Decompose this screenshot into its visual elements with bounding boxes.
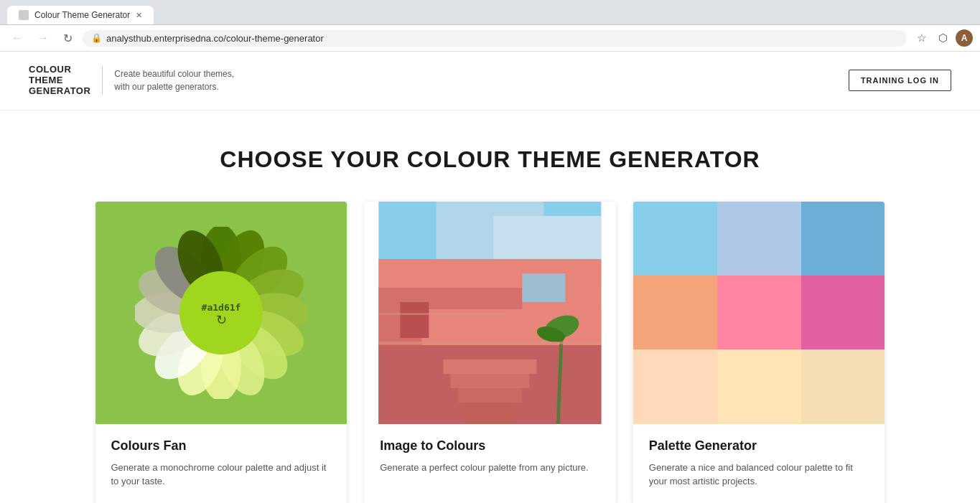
flower-svg: #a1d61f ↻: [135, 227, 307, 399]
svg-rect-26: [443, 359, 536, 374]
colours-fan-bg: #a1d61f ↻: [95, 202, 347, 424]
svg-text:↻: ↻: [215, 313, 226, 327]
palette-generator-card[interactable]: Palette Generator Generate a nice and ba…: [633, 202, 885, 503]
bookmark-icon[interactable]: ☆: [913, 29, 930, 47]
svg-rect-27: [450, 374, 529, 388]
forward-button[interactable]: →: [33, 30, 53, 46]
palette-cell-5: [717, 276, 801, 349]
site-header: COLOUR THEME GENERATOR Create beautiful …: [0, 52, 980, 111]
colours-fan-body: Colours Fan Generate a monochrome colour…: [95, 424, 347, 503]
colours-fan-title: Colours Fan: [111, 438, 332, 453]
palette-generator-title: Palette Generator: [649, 438, 869, 453]
palette-generator-body: Palette Generator Generate a nice and ba…: [633, 424, 885, 503]
palette-generator-desc: Generate a nice and balanced colour pale…: [649, 461, 869, 489]
tab-favicon: [19, 10, 29, 20]
palette-cell-2: [717, 202, 801, 276]
svg-rect-36: [378, 313, 508, 315]
palette-cell-6: [801, 276, 885, 349]
palette-cell-4: [633, 276, 717, 349]
user-avatar[interactable]: A: [956, 29, 973, 47]
image-to-colours-title: Image to Colours: [380, 438, 600, 453]
back-button[interactable]: ←: [7, 30, 27, 46]
palette-cell-3: [801, 202, 885, 276]
address-bar[interactable]: 🔒 analysthub.enterprisedna.co/colour-the…: [83, 30, 907, 47]
image-to-colours-card[interactable]: Image to Colours Generate a perfect colo…: [364, 202, 616, 503]
browser-toolbar: ← → ↻ 🔒 analysthub.enterprisedna.co/colo…: [0, 25, 980, 52]
building-scene-svg: [364, 202, 616, 424]
image-to-colours-image: [364, 202, 616, 424]
browser-chrome: Colour Theme Generator ✕: [0, 0, 980, 25]
colours-fan-card[interactable]: #a1d61f ↻ Colours Fan Generate a monochr…: [95, 202, 347, 503]
cards-grid: #a1d61f ↻ Colours Fan Generate a monochr…: [95, 202, 885, 503]
active-tab[interactable]: Colour Theme Generator ✕: [7, 6, 154, 24]
page-content: COLOUR THEME GENERATOR Create beautiful …: [0, 52, 980, 503]
image-to-colours-desc: Generate a perfect colour palette from a…: [380, 461, 600, 475]
extensions-icon[interactable]: ⬡: [934, 29, 951, 47]
tab-label: Colour Theme Generator: [34, 10, 130, 20]
palette-cell-7: [633, 349, 717, 423]
main-section: CHOOSE YOUR COLOUR THEME GENERATOR: [0, 111, 980, 503]
palette-generator-image: [633, 202, 885, 424]
image-to-colours-body: Image to Colours Generate a perfect colo…: [364, 424, 616, 492]
logo-tagline: Create beautiful colour themes, with our…: [114, 67, 234, 93]
flower-container: #a1d61f ↻: [135, 227, 307, 399]
tab-close-icon[interactable]: ✕: [136, 11, 142, 20]
svg-rect-29: [465, 403, 515, 424]
svg-rect-35: [378, 342, 601, 344]
url-text: analysthub.enterprisedna.co/colour-theme…: [106, 33, 898, 44]
toolbar-actions: ☆ ⬡ A: [913, 29, 973, 47]
colours-fan-desc: Generate a monochrome colour palette and…: [111, 461, 332, 489]
palette-cell-1: [633, 202, 717, 276]
palette-cell-8: [717, 349, 801, 423]
svg-rect-31: [522, 273, 565, 302]
colours-fan-image: #a1d61f ↻: [95, 202, 347, 424]
page-title: CHOOSE YOUR COLOUR THEME GENERATOR: [220, 146, 760, 173]
palette-color-grid: [633, 202, 885, 424]
lock-icon: 🔒: [91, 33, 102, 43]
svg-rect-30: [400, 302, 429, 338]
svg-rect-28: [457, 388, 522, 403]
training-login-button[interactable]: TRAINING LOG IN: [849, 70, 951, 91]
logo-divider: [102, 66, 103, 95]
logo-area: COLOUR THEME GENERATOR Create beautiful …: [29, 65, 234, 97]
reload-button[interactable]: ↻: [59, 30, 77, 47]
logo-text: COLOUR THEME GENERATOR: [29, 65, 90, 97]
svg-text:#a1d61f: #a1d61f: [201, 302, 241, 313]
tab-bar: Colour Theme Generator ✕: [7, 6, 973, 24]
palette-cell-9: [801, 349, 885, 423]
